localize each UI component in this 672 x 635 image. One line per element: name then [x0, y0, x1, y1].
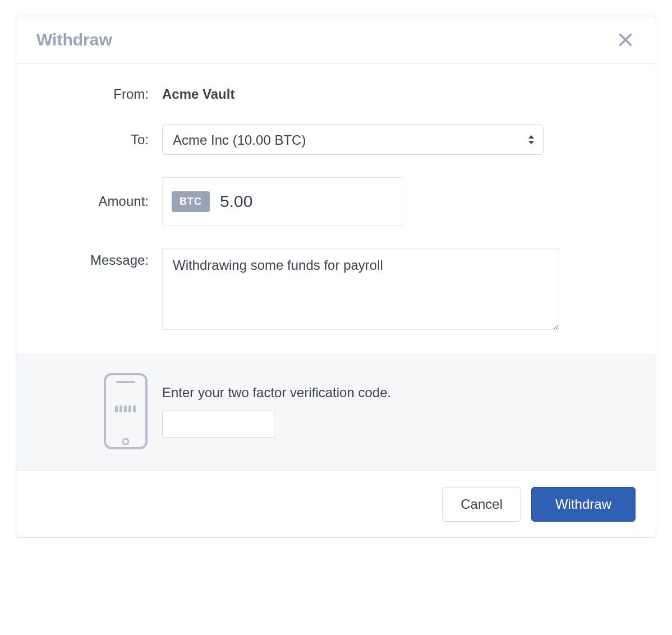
svg-rect-5 — [115, 406, 118, 412]
amount-input[interactable] — [220, 192, 433, 211]
svg-rect-8 — [128, 406, 131, 412]
amount-input-group: BTC — [162, 177, 403, 226]
close-icon — [618, 32, 633, 48]
currency-badge: BTC — [172, 191, 210, 212]
message-label: Message: — [50, 248, 162, 268]
modal-body: From: Acme Vault To: Acme Inc (10.00 BTC… — [16, 64, 656, 355]
message-input[interactable] — [162, 248, 559, 330]
svg-rect-6 — [119, 406, 122, 412]
withdraw-modal: Withdraw From: Acme Vault To: Acme Inc (… — [16, 16, 656, 538]
phone-icon — [50, 372, 162, 450]
from-value: Acme Vault — [162, 86, 622, 102]
to-row: To: Acme Inc (10.00 BTC) — [50, 125, 622, 155]
twofa-input[interactable] — [162, 411, 274, 438]
twofa-section: Enter your two factor verification code. — [16, 355, 656, 471]
modal-footer: Cancel Withdraw — [16, 471, 656, 537]
withdraw-button[interactable]: Withdraw — [531, 487, 636, 522]
close-button[interactable] — [615, 30, 636, 50]
svg-rect-7 — [124, 406, 127, 412]
message-row: Message: — [50, 248, 622, 332]
svg-point-4 — [123, 439, 128, 444]
modal-header: Withdraw — [16, 16, 656, 64]
from-row: From: Acme Vault — [50, 86, 622, 102]
to-label: To: — [50, 132, 162, 148]
to-select[interactable]: Acme Inc (10.00 BTC) — [162, 125, 544, 155]
cancel-button[interactable]: Cancel — [442, 487, 521, 522]
twofa-label: Enter your two factor verification code. — [162, 385, 622, 401]
from-label: From: — [50, 86, 162, 102]
modal-title: Withdraw — [36, 30, 112, 49]
svg-rect-9 — [133, 406, 136, 412]
amount-label: Amount: — [50, 194, 162, 209]
amount-row: Amount: BTC — [50, 177, 622, 226]
